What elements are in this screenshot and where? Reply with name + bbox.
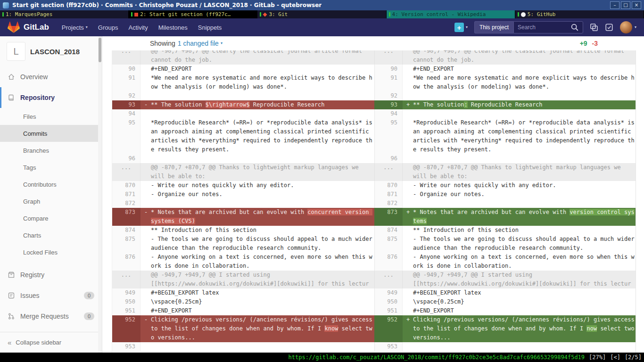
new-line-number[interactable]: 94 [374, 109, 403, 118]
user-menu[interactable]: ▾ [620, 21, 636, 33]
old-line-number[interactable]: 873 [112, 208, 140, 226]
new-line-number[interactable]: 872 [374, 199, 403, 208]
old-line-number[interactable]: 93 [112, 100, 140, 109]
new-line-number[interactable]: 90 [374, 65, 403, 74]
changed-files-dropdown[interactable]: 1 changed file ▾ [178, 40, 223, 47]
old-line-number[interactable]: 952 [112, 315, 140, 342]
new-line-number[interactable]: 96 [374, 154, 403, 163]
sidebar-subitem-graph[interactable]: Graph [0, 193, 102, 210]
old-line-number[interactable]: 95 [112, 118, 140, 154]
old-line-number[interactable]: 951 [112, 306, 140, 315]
new-line-number[interactable]: 951 [374, 306, 403, 315]
tab-1[interactable]: 1: MarquesPages [0, 10, 129, 18]
new-line-number[interactable]: 95 [374, 118, 403, 154]
search-scope-button[interactable]: This project [474, 21, 513, 33]
qutebrowser-icon [3, 2, 9, 8]
new-line-number[interactable]: 876 [374, 253, 403, 271]
old-line-number[interactable]: 870 [112, 181, 140, 190]
old-line-number[interactable]: 874 [112, 226, 140, 235]
hunk-gutter[interactable]: ... [374, 271, 403, 288]
old-line-number[interactable]: 872 [112, 199, 140, 208]
code-text: - Anyone working on a text is concerned,… [151, 254, 372, 269]
hunk-gutter[interactable]: ... [112, 271, 140, 288]
old-line-number[interactable]: 949 [112, 288, 140, 297]
new-menu-button[interactable]: + ▾ [454, 23, 468, 32]
diff-row: 871- Organize our notes.871- Organize ou… [112, 190, 636, 199]
hunk-gutter[interactable]: ... [112, 163, 140, 181]
sidebar-item-registry[interactable]: Registry [0, 264, 102, 285]
old-line-number[interactable]: 92 [112, 91, 140, 100]
sidebar-subitem-compare[interactable]: Compare [0, 210, 102, 227]
new-line-number[interactable]: 93 [374, 100, 403, 109]
search-input[interactable] [518, 24, 568, 31]
search-icon [570, 23, 579, 32]
hunk-gutter[interactable]: ... [374, 50, 403, 65]
old-line-number[interactable]: 876 [112, 253, 140, 271]
gitlab-wordmark[interactable]: GitLab [24, 23, 49, 32]
new-line-number[interactable]: 953 [374, 342, 403, 351]
todos-icon[interactable] [605, 23, 613, 32]
project-header[interactable]: L LASCON_2018 [0, 36, 102, 66]
new-line-number[interactable]: 874 [374, 226, 403, 235]
window-title: Start git section (ff927c0b) · Commits ·… [12, 2, 322, 8]
sidebar-item-label: Issues [20, 292, 39, 299]
nav-link-snippets[interactable]: Snippets [193, 18, 227, 36]
sidebar-subitem-branches[interactable]: Branches [0, 142, 102, 159]
sidebar-item-overview[interactable]: Overview [0, 66, 102, 87]
tab-3[interactable]: 3: Git [257, 10, 386, 18]
sidebar-subitem-files[interactable]: Files [0, 108, 102, 125]
diff-row: 9494 [112, 109, 636, 118]
sidebar-subitem-contributors[interactable]: Contributors [0, 176, 102, 193]
new-line-number[interactable]: 870 [374, 181, 403, 190]
old-line-number[interactable]: 90 [112, 65, 140, 74]
close-button[interactable]: × [632, 1, 641, 9]
nav-link-groups[interactable]: Groups [93, 18, 124, 36]
code-line: ** Introduction of this section [140, 226, 374, 235]
new-line-number[interactable]: 873 [374, 208, 403, 226]
search-box[interactable] [513, 21, 583, 33]
code-line: +Clicking /previous versions/ (/ancienne… [403, 315, 636, 342]
hunk-gutter[interactable]: ... [374, 163, 403, 181]
new-line-number[interactable]: 92 [374, 91, 403, 100]
sidebar-item-merge_requests[interactable]: Merge Requests0 [0, 306, 102, 327]
boards-icon[interactable] [590, 23, 598, 32]
nav-link-activity[interactable]: Activity [123, 18, 153, 36]
old-line-number[interactable]: 875 [112, 235, 140, 253]
new-line-number[interactable]: 875 [374, 235, 403, 253]
code-line [403, 154, 636, 163]
old-line-number[interactable]: 94 [112, 109, 140, 118]
tab-2[interactable]: 2: Start git section (ff927c… [129, 10, 257, 18]
gitlab-logo-icon[interactable] [8, 21, 20, 33]
code-line: -* Notes that are archived but can evolv… [140, 208, 374, 226]
old-line-number[interactable]: 96 [112, 154, 140, 163]
hunk-gutter[interactable]: ... [112, 50, 140, 65]
code-text: - Write our notes quickly with any edito… [151, 182, 294, 189]
sidebar-subitem-commits[interactable]: Commits [0, 125, 102, 142]
new-line-number[interactable]: 91 [374, 74, 403, 91]
user-avatar [620, 21, 632, 33]
code-text: * Notes that are archived but can evolve… [413, 209, 570, 215]
new-line-number[interactable]: 871 [374, 190, 403, 199]
sidebar-scrollbar[interactable] [98, 36, 102, 353]
old-line-number[interactable]: 91 [112, 74, 140, 91]
maximize-button[interactable]: □ [621, 1, 630, 9]
old-line-number[interactable]: 950 [112, 297, 140, 306]
nav-link-projects[interactable]: Projects▾ [57, 18, 93, 36]
old-line-number[interactable]: 953 [112, 342, 140, 351]
tab-5[interactable]: 5: GitHub [515, 10, 644, 18]
old-line-number[interactable]: 871 [112, 190, 140, 199]
new-line-number[interactable]: 949 [374, 288, 403, 297]
minimize-button[interactable]: – [610, 1, 619, 9]
sidebar-subitem-tags[interactable]: Tags [0, 159, 102, 176]
code-text: ** The solution [151, 101, 206, 108]
collapse-sidebar-button[interactable]: « Collapse sidebar [0, 332, 102, 353]
tab-4[interactable]: 4: Version control - Wikipedia [387, 10, 515, 18]
sidebar-subitem-charts[interactable]: Charts [0, 227, 102, 244]
sidebar-item-repository[interactable]: Repository [0, 87, 102, 108]
sidebar-item-issues[interactable]: Issues0 [0, 285, 102, 306]
new-line-number[interactable]: 950 [374, 297, 403, 306]
nav-link-milestones[interactable]: Milestones [153, 18, 193, 36]
sidebar-scrollbar-thumb[interactable] [99, 38, 101, 62]
sidebar-subitem-locked-files[interactable]: Locked Files [0, 244, 102, 261]
new-line-number[interactable]: 952 [374, 315, 403, 342]
